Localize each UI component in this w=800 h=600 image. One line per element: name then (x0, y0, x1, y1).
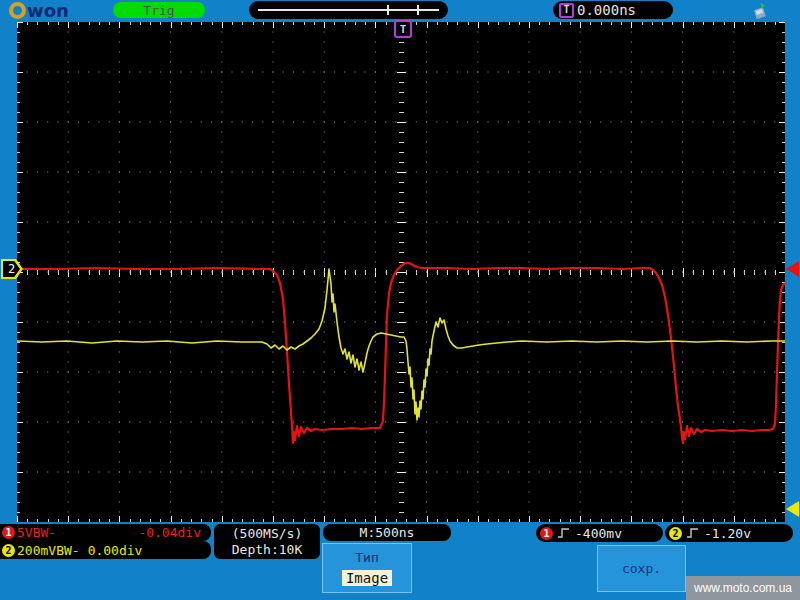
ch2-trigger-pill: 2 -1.20v (665, 524, 793, 542)
record-window-tick-right (417, 5, 419, 15)
trig2-number-icon: 2 (669, 527, 682, 540)
acquisition-info-box: (500MS/s) Depth:10K (214, 524, 320, 559)
record-position-bar (249, 1, 448, 19)
ch2-scale-label: 200mVBW- (17, 543, 80, 558)
channel-marker-number: 2 (3, 261, 20, 277)
trigger-status-badge: Trig (113, 2, 205, 18)
record-window-tick-left (387, 5, 389, 15)
menu-save-label: сохр. (622, 561, 661, 576)
rising-edge-icon (686, 527, 700, 539)
trigger-position-marker[interactable]: T (394, 20, 412, 38)
trigger-status-label: Trig (143, 3, 174, 18)
menu-save-button[interactable]: сохр. (597, 545, 686, 592)
owon-logo-text: won (27, 2, 69, 20)
owon-logo-ring-icon (9, 2, 26, 19)
oscilloscope-screen: won Trig T 0.000ns (0, 0, 800, 600)
watermark-text: www.moto.com.ua (694, 581, 792, 595)
grid-dots (27, 32, 776, 513)
menu-type-button[interactable]: Тип Image (322, 543, 412, 593)
ch2-trigger-level-arrow[interactable] (786, 501, 799, 517)
trig1-level-value: -400mv (575, 526, 622, 541)
watermark: www.moto.com.ua (686, 576, 800, 600)
waveform-CH2 (17, 269, 785, 420)
ch2-number-icon: 2 (2, 544, 15, 557)
menu-type-value: Image (342, 570, 392, 586)
trigger-time-icon: T (559, 3, 574, 18)
record-depth-value: Depth:10K (232, 542, 302, 557)
ch1-position-value: -0.04div (138, 525, 201, 540)
menu-type-label: Тип (355, 550, 378, 565)
channel-2-position-marker[interactable]: 2 (1, 259, 23, 279)
trigger-time-pill: T 0.000ns (553, 1, 673, 19)
timebase-value: M:500ns (360, 525, 415, 540)
ch2-status-pill: 2 200mVBW- 0.00div (0, 541, 211, 559)
sample-rate-value: (500MS/s) (232, 526, 302, 541)
trig1-number-icon: 1 (540, 527, 553, 540)
ch1-scale-label: 5VBW- (17, 525, 56, 540)
ch1-trigger-pill: 1 -400mv (536, 524, 663, 542)
ch1-trigger-level-arrow[interactable] (786, 261, 799, 277)
rising-edge-icon (557, 527, 571, 539)
usb-storage-icon (751, 2, 768, 24)
owon-logo: won (9, 1, 69, 20)
trig2-level-value: -1.20v (704, 526, 751, 541)
ch1-status-pill: 1 5VBW- -0.04div (0, 524, 211, 541)
trigger-position-letter: T (400, 23, 407, 36)
waveform-canvas (17, 22, 785, 522)
trigger-time-value: 0.000ns (577, 2, 636, 18)
channel-marker-shape: 2 (1, 259, 23, 279)
ch1-number-icon: 1 (2, 526, 15, 539)
ch2-position-value: 0.00div (88, 543, 143, 558)
waveform-CH1 (17, 263, 785, 443)
record-line (258, 9, 439, 11)
timebase-pill: M:500ns (323, 524, 451, 541)
waveform-display: T (17, 22, 785, 522)
